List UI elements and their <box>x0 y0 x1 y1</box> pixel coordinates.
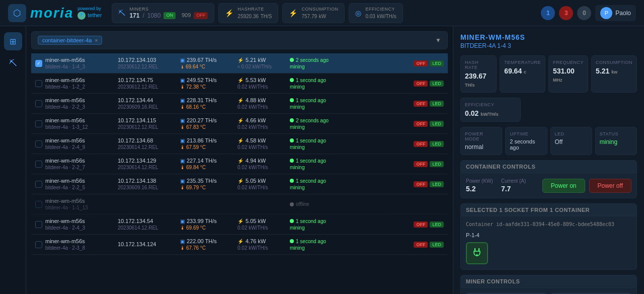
sidebar: ⊞ ⛏ <box>0 26 26 294</box>
notif-red[interactable]: 3 <box>559 6 573 20</box>
main-layout: ⊞ ⛏ container-bitdeer-4a × ▼ <box>0 26 644 294</box>
power-info: Power (KW) 5.2 Current (A) 7.7 <box>466 178 528 193</box>
miner-row[interactable]: miner-wm-m56sbitdeer-4a · 2-4_9 10.172.1… <box>31 134 448 154</box>
badge-on: ON <box>164 12 176 19</box>
efficiency-content: Efficiency 0.03 kW/TH/s <box>365 7 396 20</box>
svg-rect-0 <box>471 246 483 258</box>
miner-row[interactable]: miner-wm-m56sbitdeer-4a · 2-2_7 10.172.1… <box>31 154 448 174</box>
notif-gray[interactable]: 0 <box>577 6 591 20</box>
stat-card-freq: Frequency 531.00 MHz <box>548 55 588 93</box>
efficiency-icon: ◎ <box>355 9 361 17</box>
filter-bar: container-bitdeer-4a × ▼ <box>31 31 448 49</box>
checkbox-0[interactable] <box>35 60 42 67</box>
power-mode-card: Power mode normal <box>460 127 502 155</box>
miner-detail-panel: MINER-WM-M56S BITDEER-4A 1-4 3 Hash rate… <box>453 26 644 294</box>
logo: ⬡ moria powered by ₮ tether <box>8 4 102 22</box>
consumption-value: 757.79 kW <box>301 12 338 20</box>
current-a-item: Current (A) 7.7 <box>501 178 528 193</box>
tether-logo: ₮ tether <box>77 12 102 20</box>
content: container-bitdeer-4a × ▼ miner-wm-m56s b… <box>26 26 644 294</box>
miner-row[interactable]: miner-wm-m56sbitdeer-4a · 1-2_2 10.172.1… <box>31 74 448 94</box>
miner-controls-section: Miner Controls Reboot LED's on LED's off… <box>460 275 637 294</box>
row-checkbox-0[interactable] <box>35 60 43 67</box>
consumption-content: Consumption 757.79 kW <box>301 7 338 20</box>
miner-badges-0: OFF LED <box>414 60 444 66</box>
user-avatar: P <box>600 7 612 19</box>
uptime-card: Uptime 2 seconds ago <box>505 127 547 155</box>
miner-list-panel: container-bitdeer-4a × ▼ miner-wm-m56s b… <box>26 26 453 294</box>
stat-card-consumption: Consumption 5.21 kw <box>591 55 637 93</box>
badge-off: OFF <box>194 12 208 19</box>
miner-status-0: 2 seconds ago mining <box>290 57 412 69</box>
miners-sub: 171 / 1080 ON 909 OFF <box>129 12 208 19</box>
miner-info-0: miner-wm-m56s bitdeer-4a · 1-4_3 <box>45 57 116 69</box>
stat-card-hashrate: Hash rate 239.67 TH/s <box>460 55 497 93</box>
power-on-button[interactable]: Power on <box>542 179 585 193</box>
consumption-icon: ⚡ <box>289 9 297 17</box>
efficiency-value: 0.03 kW/TH/s <box>365 12 396 20</box>
container-controls-body: Power (KW) 5.2 Current (A) 7.7 Power on … <box>460 173 637 198</box>
filter-close[interactable]: × <box>95 38 98 43</box>
nav-stats: ⛏ Miners 171 / 1080 ON 909 OFF ⚡ Hashrat… <box>112 3 541 23</box>
socket-icon[interactable] <box>466 242 488 264</box>
container-controls: Power (KW) 5.2 Current (A) 7.7 Power on … <box>466 178 631 193</box>
hashrate-value: 25920.36 TH/S <box>237 12 272 20</box>
miner-row[interactable]: miner-wm-m56sbitdeer-4a · 2-4_3 10.172.1… <box>31 214 448 235</box>
socket-body: Container id-aafde331-0394-45e0-809c-bde… <box>460 216 637 270</box>
power-kw-item: Power (KW) 5.2 <box>466 178 493 193</box>
socket-icon-symbol <box>471 246 483 261</box>
hashrate-icon: ⚡ <box>225 9 233 17</box>
mode-row: Power mode normal Uptime 2 seconds ago L… <box>460 127 637 155</box>
miner-row[interactable]: miner-wm-m56sbitdeer-4a · 1-3_12 10.172.… <box>31 114 448 134</box>
container-id: Container id-aafde331-0394-45e0-809c-bde… <box>466 222 631 227</box>
stat-efficiency: ◎ Efficiency 0.03 kW/TH/s <box>349 3 403 23</box>
stat-consumption: ⚡ Consumption 757.79 kW <box>282 3 345 23</box>
miner-ip-0: 10.172.134.103 20230612.12.REL <box>118 57 178 69</box>
logo-icon[interactable]: ⬡ <box>8 4 26 22</box>
detail-title: MINER-WM-M56S <box>460 33 637 41</box>
miner-row[interactable]: miner-wm-m56sbitdeer-4a · 1-1_13 offline <box>31 194 448 214</box>
miner-hashrate-0: ▣ 239.67 TH/s 🌡 69.64 °C <box>180 57 235 69</box>
detail-subtitle: BITDEER-4A 1-4 3 <box>460 42 637 49</box>
miner-controls-body: Reboot LED's on LED's off Power Mode <box>460 288 637 294</box>
row-checkbox-1[interactable] <box>35 80 43 87</box>
notif-blue[interactable]: 1 <box>541 6 555 20</box>
miner-controls-header: Miner Controls <box>460 275 637 288</box>
filter-arrow[interactable]: ▼ <box>435 37 441 44</box>
power-btn-row: Power on Power off <box>542 179 631 193</box>
status-card: Status mining <box>595 127 637 155</box>
sidebar-item-miners[interactable]: ⛏ <box>4 54 22 72</box>
miner-row[interactable]: miner-wm-m56sbitdeer-4a · 2-3_8 10.172.1… <box>31 235 448 255</box>
user-name: Paolo <box>615 10 631 17</box>
hashrate-content: Hashrate 25920.36 TH/S <box>237 7 272 20</box>
led-card: LED Off <box>550 127 592 155</box>
nav-right: 1 3 0 P Paolo <box>541 5 636 21</box>
app-name: moria <box>30 5 73 21</box>
socket-label: P-1-4 <box>466 232 631 238</box>
tether-icon: ₮ <box>77 12 86 20</box>
filter-tag-label: container-bitdeer-4a <box>42 37 92 43</box>
filter-tag[interactable]: container-bitdeer-4a × <box>38 36 102 45</box>
miners-icon: ⛏ <box>118 9 125 17</box>
miner-row[interactable]: miner-wm-m56sbitdeer-4a · 2-2_5 10.172.1… <box>31 174 448 194</box>
socket-section-header: Selected 1 Socket from 1 Container <box>460 203 637 216</box>
efficiency-row: Efficiency 0.02 kW/TH/s <box>460 98 637 122</box>
miner-power-0: ⚡ 5.21 kW ≈ 0.02 kW/TH/s <box>237 57 288 69</box>
top-nav: ⬡ moria powered by ₮ tether ⛏ Miners 171… <box>0 0 644 26</box>
stat-card-temp: Temperature 69.64 c <box>500 55 545 93</box>
stat-hashrate: ⚡ Hashrate 25920.36 TH/S <box>218 3 278 23</box>
miner-row[interactable]: miner-wm-m56sbitdeer-4a · 2-2_3 10.172.1… <box>31 94 448 114</box>
power-off-button[interactable]: Power off <box>589 179 631 193</box>
logo-sub: powered by ₮ tether <box>77 6 102 20</box>
stats-grid: Hash rate 239.67 TH/s Temperature 69.64 … <box>460 55 637 93</box>
user-area[interactable]: P Paolo <box>595 5 636 21</box>
stat-miners: ⛏ Miners 171 / 1080 ON 909 OFF <box>112 3 214 23</box>
miner-table: miner-wm-m56s bitdeer-4a · 1-4_3 10.172.… <box>31 53 448 289</box>
miners-content: Miners 171 / 1080 ON 909 OFF <box>129 7 208 19</box>
miner-row[interactable]: miner-wm-m56s bitdeer-4a · 1-4_3 10.172.… <box>31 53 448 74</box>
stat-card-eff: Efficiency 0.02 kW/TH/s <box>460 98 521 122</box>
container-controls-header: Container Controls <box>460 160 637 173</box>
sidebar-item-dashboard[interactable]: ⊞ <box>4 32 22 50</box>
socket-section: Selected 1 Socket from 1 Container Conta… <box>460 203 637 270</box>
